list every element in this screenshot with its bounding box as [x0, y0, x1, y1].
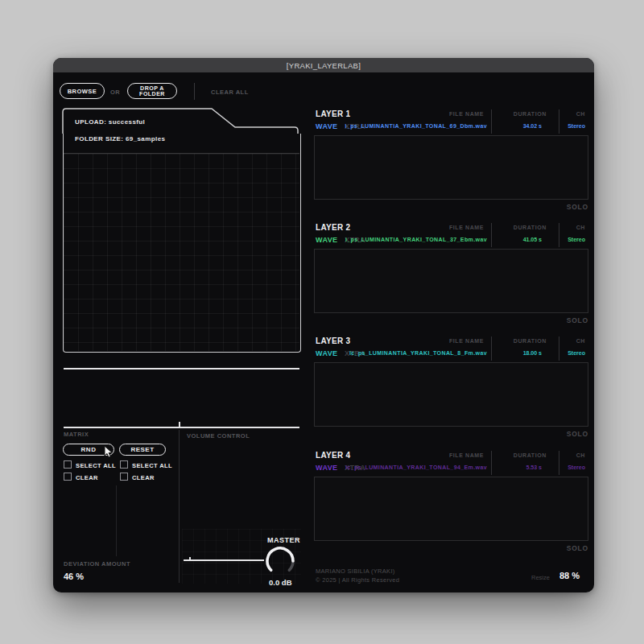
- matrix-volume-divider: [179, 430, 180, 583]
- volume-title: VOLUME CONTROL: [187, 432, 250, 440]
- duration-column-header: DURATION: [514, 452, 547, 458]
- header-divider: [491, 109, 492, 134]
- window-title: [YRAKI_LAYERLAB]: [53, 61, 594, 70]
- matrix-columns-divider: [116, 485, 117, 556]
- ch-column-header: CH: [576, 338, 585, 344]
- waveform-display[interactable]: [314, 362, 588, 427]
- layer-duration: 5.53 s: [526, 464, 542, 470]
- or-label: OR: [110, 89, 120, 96]
- header-divider: [559, 223, 559, 247]
- layer-channel: Stereo: [568, 123, 585, 129]
- credits: MARIANO SIBILIA (YRAKI) © 2025 | All Rig…: [316, 567, 399, 585]
- header-divider: [491, 336, 492, 361]
- wave-tab[interactable]: WAVE: [316, 464, 337, 472]
- credit-line2: © 2025 | All Rights Reserved: [316, 576, 399, 584]
- wave-tab[interactable]: WAVE: [316, 349, 337, 357]
- file-name-column-header: FILE NAME: [449, 338, 484, 344]
- minimize-window-icon[interactable]: [69, 62, 76, 68]
- file-name-column-header: FILE NAME: [449, 111, 484, 117]
- deviation-value: 46 %: [64, 572, 84, 581]
- layer-name: LAYER 3: [316, 336, 350, 345]
- baseline-center-tick: [179, 422, 180, 427]
- select-all-checkbox-right[interactable]: [120, 460, 128, 469]
- close-window-icon[interactable]: [59, 62, 65, 68]
- toolbar-divider: [194, 83, 195, 100]
- layer-name: LAYER 1: [316, 109, 350, 118]
- layer-duration: 34.02 s: [523, 123, 542, 129]
- browse-button[interactable]: BROWSE: [60, 83, 105, 99]
- clear-checkbox-left[interactable]: [64, 473, 72, 481]
- layer-file-name: lc_ps_LUMINANTIA_YRAKI_TONAL_94_Em.wav: [345, 464, 487, 470]
- master-label: MASTER: [267, 536, 300, 544]
- solo-button[interactable]: SOLO: [567, 316, 588, 324]
- duration-column-header: DURATION: [514, 338, 547, 344]
- sliders-baseline: [64, 427, 299, 428]
- layer-duration: 18.00 s: [523, 350, 542, 356]
- wave-tab[interactable]: WAVE: [316, 236, 337, 244]
- sample-scatter-map[interactable]: [64, 153, 299, 351]
- solo-button[interactable]: SOLO: [567, 430, 588, 438]
- file-name-column-header: FILE NAME: [449, 452, 484, 458]
- master-knob[interactable]: [264, 545, 296, 577]
- layer-duration: 41.05 s: [523, 237, 542, 242]
- clear-label-left: CLEAR: [76, 474, 98, 481]
- waveform-display[interactable]: [314, 135, 588, 200]
- mouse-cursor-icon: [103, 445, 114, 458]
- reset-button[interactable]: RESET: [119, 444, 166, 456]
- waveform-display[interactable]: [314, 477, 588, 541]
- ch-column-header: CH: [576, 111, 585, 117]
- matrix-title: MATRIX: [64, 431, 89, 438]
- layer-name: LAYER 4: [316, 451, 350, 460]
- layer-channel: Stereo: [568, 350, 585, 356]
- master-value: 0.0 dB: [269, 578, 292, 587]
- solo-button[interactable]: SOLO: [567, 203, 588, 211]
- wave-tab[interactable]: WAVE: [316, 122, 337, 130]
- clear-label-right: CLEAR: [132, 474, 155, 481]
- master-slider-tick: [189, 557, 191, 561]
- zoom-window-icon[interactable]: [80, 62, 86, 68]
- layer-channel: Stereo: [568, 237, 585, 242]
- upload-status: UPLOAD: successful: [75, 118, 145, 126]
- header-divider: [491, 223, 492, 247]
- layer-file-name: i_ps_LUMINANTIA_YRAKI_TONAL_37_Ebm.wav: [345, 237, 487, 242]
- deviation-label: DEVIATION AMOUNT: [64, 560, 130, 568]
- ch-column-header: CH: [576, 452, 585, 458]
- zoom-percentage: 88 %: [559, 571, 580, 580]
- file-name-column-header: FILE NAME: [449, 225, 484, 230]
- folder-size: FOLDER SIZE: 69_samples: [75, 135, 165, 142]
- credit-line1: MARIANO SIBILIA (YRAKI): [316, 567, 399, 576]
- layer-file-name: lc_ps_LUMINANTIA_YRAKI_TONAL_8_Fm.wav: [349, 350, 487, 356]
- header-divider: [559, 109, 559, 134]
- select-all-checkbox-left[interactable]: [64, 460, 72, 469]
- duration-column-header: DURATION: [514, 111, 547, 117]
- header-divider: [491, 451, 492, 475]
- select-all-label-right: SELECT ALL: [132, 462, 172, 469]
- solo-button[interactable]: SOLO: [567, 544, 588, 552]
- select-all-label-left: SELECT ALL: [76, 462, 116, 469]
- tabs-underline: [64, 368, 299, 369]
- master-slider-track[interactable]: [184, 559, 264, 561]
- layer-channel: Stereo: [568, 464, 585, 470]
- ch-column-header: CH: [576, 225, 585, 230]
- app-window: [YRAKI_LAYERLAB] BROWSE OR DROP A FOLDER…: [53, 58, 594, 592]
- clear-all-button[interactable]: CLEAR ALL: [211, 89, 249, 96]
- drop-folder-button[interactable]: DROP A FOLDER: [127, 83, 177, 99]
- header-divider: [559, 451, 559, 475]
- duration-column-header: DURATION: [514, 225, 547, 230]
- layer-name: LAYER 2: [316, 223, 350, 232]
- title-bar: [YRAKI_LAYERLAB]: [53, 58, 594, 72]
- resize-handle[interactable]: Resize: [531, 574, 550, 581]
- header-divider: [559, 336, 559, 361]
- layer-file-name: i_ps_LUMINANTIA_YRAKI_TONAL_69_Dbm.wav: [345, 123, 488, 129]
- clear-checkbox-right[interactable]: [120, 473, 128, 481]
- waveform-display[interactable]: [314, 249, 588, 313]
